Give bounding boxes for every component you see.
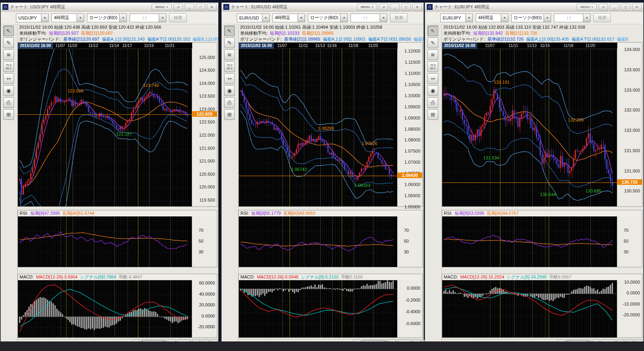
menu-button[interactable]: MENU▼ <box>577 4 597 10</box>
chevron-down-icon[interactable]: ▼ <box>340 14 348 22</box>
date-tick-label: 11/17 <box>122 43 132 49</box>
charttype-select[interactable]: ローソク(BID)▼ <box>87 14 127 22</box>
chevron-down-icon[interactable]: ▼ <box>159 14 166 22</box>
price-axis-label: 130.500 <box>624 188 640 193</box>
visibility-eye-icon[interactable]: ◉ <box>3 85 14 96</box>
macd-axis-label: 20.0000 <box>199 302 215 307</box>
scale-tool-icon[interactable]: 70.0 60.0 <box>3 61 14 72</box>
titlebar[interactable]: ∩ チャート: USD/JPY 4時間足 MENU▼ ↗ _ □ ✕ <box>1 3 218 12</box>
macd-chart[interactable] <box>442 280 617 337</box>
pair-select[interactable]: EUR/JPY▼ <box>440 14 473 22</box>
draw-tool-icon[interactable]: ✎ <box>3 37 14 48</box>
minimize-button[interactable]: _ <box>390 4 400 11</box>
chart-style-icon[interactable]: ≋ <box>427 49 438 60</box>
rsi-axis-label: 30 <box>404 249 409 254</box>
bollinger-line: ボリンジャーバンド:基準線[21]120.697偏差A上[2.00]121.24… <box>18 36 218 42</box>
save-layout-icon[interactable]: ⊞ <box>3 109 14 120</box>
search-button[interactable]: 検索 <box>169 13 187 22</box>
marker-tool-icon[interactable]: ★♥ <box>224 73 235 84</box>
price-axis-label: 131.500 <box>624 148 640 153</box>
date-input[interactable]: / /▼ <box>554 14 591 22</box>
chart-style-icon[interactable]: ≋ <box>3 49 14 60</box>
date-input[interactable]: / /▼ <box>130 14 166 22</box>
timeframe-select[interactable]: 4時間足▼ <box>476 14 508 22</box>
chevron-down-icon[interactable]: ▼ <box>465 14 473 22</box>
draw-tool-icon[interactable]: ✎ <box>427 37 438 48</box>
maximize-button[interactable]: □ <box>621 4 630 11</box>
timeframe-select[interactable]: 4時間足▼ <box>51 14 84 22</box>
pair-select[interactable]: EUR/USD▼ <box>237 14 270 22</box>
chevron-down-icon[interactable]: ▼ <box>119 14 127 22</box>
date-input[interactable]: / /▼ <box>351 14 387 22</box>
popout-button[interactable]: ↗ <box>599 4 608 11</box>
price-axis-label: 120.500 <box>199 172 215 176</box>
chevron-down-icon[interactable]: ▼ <box>77 14 84 22</box>
price-axis-label: 132.500 <box>624 108 640 112</box>
cursor-tool-icon[interactable]: ↖ <box>224 25 235 36</box>
selected-date: 2015/11/02 16:00 <box>18 43 53 49</box>
menu-button[interactable]: MENU▼ <box>152 4 172 10</box>
macd-canvas <box>442 280 617 337</box>
price-chart[interactable]: 133.191132.266131.534130.644130.685 <box>442 49 617 206</box>
chevron-down-icon[interactable]: ▼ <box>544 14 551 22</box>
cursor-tool-icon[interactable]: ↖ <box>3 25 14 36</box>
date-tick-label: 11/07 <box>55 43 65 49</box>
macd-chart[interactable] <box>239 280 397 337</box>
save-layout-icon[interactable]: ⊞ <box>224 109 235 120</box>
maximize-button[interactable]: □ <box>401 4 411 11</box>
maximize-button[interactable]: □ <box>196 4 205 11</box>
titlebar[interactable]: ∩ チャート: EUR/USD 4時間足 MENU▼ ↗ _ □ ✕ <box>222 3 423 12</box>
price-axis: 1.120001.115001.110001.105001.100001.095… <box>397 49 422 206</box>
macd-axis-label: -0.6000 <box>406 321 420 326</box>
price-axis-label: 1.07500 <box>404 149 420 153</box>
price-chart[interactable]: 1.082991.076261.067421.06163 <box>239 49 397 206</box>
rsi-chart[interactable] <box>18 216 192 267</box>
price-axis-label: 1.05500 <box>404 193 420 198</box>
minimize-button[interactable]: _ <box>185 4 194 11</box>
print-icon[interactable]: ⎙ <box>224 97 235 108</box>
search-button[interactable]: 検索 <box>390 13 408 22</box>
cursor-tool-icon[interactable]: ↖ <box>427 25 438 36</box>
price-chart[interactable]: 123.599123.749122.227 <box>18 49 192 206</box>
menu-button[interactable]: MENU▼ <box>357 4 377 10</box>
chevron-down-icon[interactable]: ▼ <box>583 14 591 22</box>
timeframe-select[interactable]: 4時間足▼ <box>272 14 305 22</box>
chevron-down-icon[interactable]: ▼ <box>41 14 49 22</box>
visibility-eye-icon[interactable]: ◉ <box>224 85 235 96</box>
chevron-down-icon[interactable]: ▼ <box>297 14 305 22</box>
pair-select[interactable]: USD/JPY▼ <box>16 14 49 22</box>
print-icon[interactable]: ⎙ <box>427 97 438 108</box>
titlebar[interactable]: ∩ チャート: EUR/JPY 4時間足 MENU▼ ↗ _ □ ✕ <box>425 3 643 12</box>
chevron-down-icon[interactable]: ▼ <box>262 14 270 22</box>
search-button[interactable]: 検索 <box>593 13 611 22</box>
scale-tool-icon[interactable]: 70.0 60.0 <box>427 61 438 72</box>
chevron-down-icon[interactable]: ▼ <box>380 14 387 22</box>
marker-tool-icon[interactable]: ★♥ <box>427 73 438 84</box>
price-axis-label: 1.10000 <box>404 93 420 98</box>
close-button[interactable]: ✕ <box>632 4 642 11</box>
price-axis-label: 1.09500 <box>404 104 420 109</box>
minimize-button[interactable]: _ <box>610 4 619 11</box>
visibility-eye-icon[interactable]: ◉ <box>427 85 438 96</box>
close-button[interactable]: ✕ <box>207 4 217 11</box>
charttype-select[interactable]: ローソク(BID)▼ <box>511 14 551 22</box>
scale-tool-icon[interactable]: 70.0 60.0 <box>224 61 235 72</box>
save-layout-icon[interactable]: ⊞ <box>427 109 438 120</box>
macd-chart[interactable] <box>18 280 192 337</box>
popout-button[interactable]: ↗ <box>173 4 183 11</box>
rsi-chart[interactable] <box>239 216 397 267</box>
toolbar: USD/JPY▼ 4時間足▼ ローソク(BID)▼ / /▼ 検索 <box>1 12 218 24</box>
timeframe-value: 4時間足 <box>51 14 77 22</box>
tool-rail: ↖✎≋70.0 60.0★♥◉⎙⊞ <box>1 24 17 341</box>
charttype-select[interactable]: ローソク(BID)▼ <box>308 14 348 22</box>
popout-button[interactable]: ↗ <box>379 4 388 11</box>
draw-tool-icon[interactable]: ✎ <box>224 37 235 48</box>
close-button[interactable]: ✕ <box>412 4 422 11</box>
chart-style-icon[interactable]: ≋ <box>224 49 235 60</box>
toolbar: EUR/JPY▼ 4時間足▼ ローソク(BID)▼ / /▼ 検索 <box>425 12 643 24</box>
rsi-header: RSI:短期[9]55.1779長期[42]43.0093 <box>239 210 422 216</box>
rsi-chart[interactable] <box>442 216 617 267</box>
chevron-down-icon[interactable]: ▼ <box>501 14 508 22</box>
print-icon[interactable]: ⎙ <box>3 97 14 108</box>
marker-tool-icon[interactable]: ★♥ <box>3 73 14 84</box>
